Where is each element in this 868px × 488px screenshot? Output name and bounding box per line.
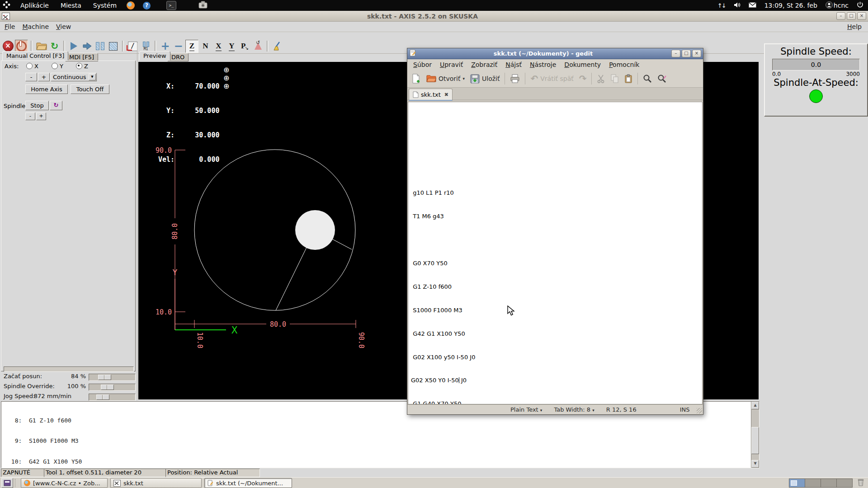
gedit-menu-view[interactable]: Zobraziť bbox=[467, 59, 501, 70]
gedit-minimize-button[interactable]: – bbox=[671, 50, 680, 57]
redo-button[interactable]: ↷ bbox=[577, 71, 589, 86]
gedit-maximize-button[interactable]: □ bbox=[682, 50, 691, 57]
user-name[interactable]: hcnc bbox=[834, 2, 849, 9]
help-launcher-icon[interactable]: ? bbox=[143, 2, 151, 9]
open-button[interactable]: Otvoriť ▾ bbox=[424, 73, 467, 84]
new-document-button[interactable] bbox=[410, 72, 423, 85]
spindle-turn-button[interactable]: ↻ bbox=[50, 101, 62, 110]
tab-close-icon[interactable]: ✖ bbox=[444, 92, 448, 98]
axis-menu-view[interactable]: View bbox=[52, 22, 75, 32]
workspace-1[interactable] bbox=[789, 479, 805, 488]
radio-axis-z[interactable]: Z bbox=[76, 63, 88, 70]
print-button[interactable] bbox=[508, 72, 522, 85]
firefox-launcher-icon[interactable] bbox=[127, 1, 135, 9]
dim-v-bottom-label: 10.0 bbox=[156, 308, 172, 316]
gedit-menu-help[interactable]: Pomocník bbox=[605, 59, 643, 70]
axis-close-button[interactable]: × bbox=[857, 12, 866, 20]
axis-minimize-button[interactable]: – bbox=[836, 12, 845, 20]
spindle-override-slider-handle[interactable] bbox=[101, 385, 114, 390]
find-button[interactable] bbox=[641, 72, 654, 85]
gnome-top-panel: Aplikácie Miesta Systém ? >_ ↑↓ 13:09, S… bbox=[0, 0, 868, 11]
gcode-line[interactable]: 9: S1000 F1000 M3 bbox=[8, 437, 759, 444]
editor-line bbox=[411, 142, 702, 150]
taskbar-item-axis[interactable]: skk.txt bbox=[110, 478, 202, 488]
save-button[interactable]: Uložiť bbox=[468, 72, 502, 85]
axis-menu-help[interactable]: Help bbox=[844, 22, 865, 32]
gedit-menu-search[interactable]: Nájsť bbox=[501, 59, 526, 70]
editor-line bbox=[411, 165, 702, 173]
paste-button[interactable] bbox=[622, 72, 635, 85]
distro-logo-icon[interactable] bbox=[3, 1, 10, 10]
editor-text-area[interactable]: g10 L1 P1 r10 T1 M6 g43 G0 X70 Y50 G1 Z-… bbox=[408, 102, 703, 404]
document-tab[interactable]: skk.txt ✖ bbox=[409, 89, 453, 101]
workspace-3[interactable] bbox=[821, 479, 837, 488]
gcode-line[interactable]: 10: G42 G1 X100 Y50 bbox=[8, 458, 759, 465]
taskbar-item-firefox[interactable]: [www.C-N-C.cz • Zob... bbox=[21, 478, 108, 488]
feed-override-value: 84 % bbox=[45, 373, 86, 380]
screenshot-launcher-icon[interactable] bbox=[198, 1, 208, 10]
gedit-menu-tools[interactable]: Nástroje bbox=[526, 59, 560, 70]
menu-applications[interactable]: Aplikácie bbox=[19, 1, 51, 10]
taskbar-item-gedit[interactable]: skk.txt (~/Dokument... bbox=[204, 478, 292, 488]
tool-marker bbox=[295, 210, 335, 250]
axis-maximize-button[interactable]: □ bbox=[847, 12, 856, 20]
axis-menu-machine[interactable]: Machine bbox=[19, 22, 52, 32]
jog-speed-slider[interactable] bbox=[89, 394, 136, 401]
gedit-menu-file[interactable]: Súbor bbox=[409, 59, 436, 70]
gedit-titlebar[interactable]: skk.txt (~/Dokumenty) - gedit – □ × bbox=[407, 48, 703, 59]
menu-system[interactable]: Systém bbox=[91, 1, 118, 10]
shutdown-icon[interactable] bbox=[857, 1, 863, 9]
feed-override-slider-handle[interactable] bbox=[98, 375, 111, 380]
gedit-close-button[interactable]: × bbox=[692, 50, 701, 57]
volume-icon[interactable] bbox=[734, 2, 741, 9]
gedit-menu-edit[interactable]: Upraviť bbox=[436, 59, 467, 70]
network-traffic-icon[interactable]: ↑↓ bbox=[717, 2, 726, 9]
radio-axis-x[interactable]: X bbox=[26, 63, 38, 70]
tab-width-selector[interactable]: Tab Width: 8 ▾ bbox=[554, 406, 594, 413]
gedit-menu-documents[interactable]: Dokumenty bbox=[560, 59, 605, 70]
feed-override-slider[interactable] bbox=[89, 374, 136, 381]
jog-speed-slider-handle[interactable] bbox=[96, 394, 109, 400]
jog-mode-combobox[interactable]: Continuous ▼ bbox=[51, 73, 97, 81]
spindle-override-slider[interactable] bbox=[89, 384, 136, 391]
radio-axis-y[interactable]: Y bbox=[52, 63, 63, 70]
tab-manual-control[interactable]: Manual Control [F3] bbox=[2, 51, 68, 61]
editor-line bbox=[411, 119, 702, 127]
scrollbar-thumb[interactable] bbox=[751, 427, 759, 454]
axis-titlebar[interactable]: skk.txt - AXIS 2.5.2 on SKUSKA – □ × bbox=[0, 11, 868, 22]
clock[interactable]: 13:09, St 26. feb bbox=[764, 2, 817, 9]
gedit-task-icon bbox=[208, 480, 213, 486]
user-switcher-icon[interactable] bbox=[826, 1, 833, 10]
gedit-window-title: skk.txt (~/Dokumenty) - gedit bbox=[416, 50, 670, 57]
scroll-down-button[interactable]: ▼ bbox=[751, 460, 759, 468]
tab-dro[interactable]: DRO bbox=[167, 53, 189, 61]
spindle-stop-button[interactable]: Stop bbox=[25, 101, 49, 110]
show-desktop-button[interactable] bbox=[1, 478, 13, 488]
undo-button[interactable]: ↶ Vrátiť späť bbox=[528, 71, 576, 86]
trash-icon[interactable] bbox=[857, 478, 864, 488]
gcode-line[interactable]: 8: G1 Z-10 f600 bbox=[8, 417, 759, 424]
language-selector[interactable]: Plain Text ▾ bbox=[510, 406, 542, 413]
scroll-up-button[interactable]: ▲ bbox=[751, 402, 759, 409]
taskbar: [www.C-N-C.cz • Zob... skk.txt skk.txt (… bbox=[0, 477, 868, 488]
terminal-launcher-icon[interactable]: >_ bbox=[166, 1, 176, 10]
workspace-4[interactable] bbox=[837, 479, 853, 488]
cut-button[interactable] bbox=[594, 72, 607, 85]
touch-off-button[interactable]: Touch Off bbox=[71, 84, 109, 94]
menu-places[interactable]: Miesta bbox=[59, 1, 83, 10]
home-axis-button[interactable]: Home Axis bbox=[25, 84, 68, 94]
spindle-plus-button[interactable]: + bbox=[36, 113, 46, 120]
tab-preview[interactable]: Preview bbox=[139, 51, 170, 61]
jog-plus-button[interactable]: + bbox=[38, 73, 50, 81]
workspace-2[interactable] bbox=[805, 479, 821, 488]
editor-line: S1000 F1000 M3 bbox=[411, 306, 702, 314]
listing-scrollbar[interactable]: ▲ ▼ bbox=[751, 402, 759, 468]
mail-notification-icon[interactable] bbox=[749, 2, 756, 9]
axis-menu-file[interactable]: File bbox=[1, 22, 19, 32]
resize-grip[interactable] bbox=[697, 408, 702, 413]
jog-minus-button[interactable]: - bbox=[25, 73, 37, 81]
spindle-minus-button[interactable]: - bbox=[25, 113, 35, 120]
find-replace-button[interactable] bbox=[655, 72, 670, 85]
insert-mode-status: INS bbox=[680, 406, 690, 413]
copy-button[interactable] bbox=[608, 72, 621, 85]
